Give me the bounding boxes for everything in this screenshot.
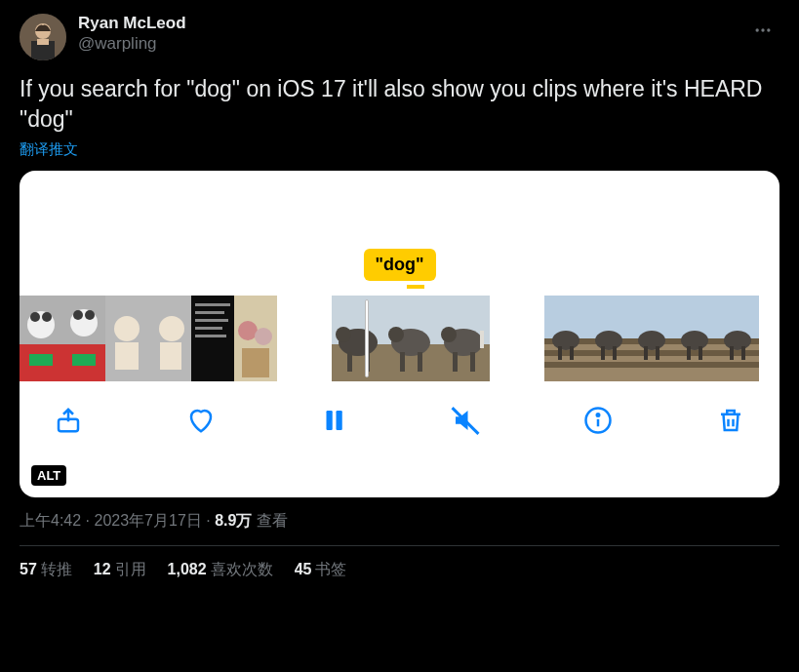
svg-point-4 — [756, 28, 759, 31]
svg-rect-94 — [741, 346, 745, 360]
tweet-header: Ryan McLeod @warpling — [20, 14, 779, 60]
svg-rect-66 — [587, 350, 630, 356]
svg-rect-26 — [195, 303, 230, 306]
media-top-area: "dog" — [20, 171, 779, 296]
svg-rect-61 — [558, 346, 562, 360]
tweet-container: Ryan McLeod @warpling If you search for … — [0, 0, 799, 594]
info-button[interactable] — [580, 403, 616, 438]
svg-point-5 — [761, 28, 764, 31]
share-button[interactable] — [51, 403, 86, 438]
svg-rect-75 — [630, 362, 673, 368]
tweet-time: 上午4:42 — [20, 512, 81, 529]
svg-rect-62 — [570, 346, 574, 360]
pause-button[interactable] — [316, 403, 351, 438]
media-toolbar — [20, 381, 779, 457]
clip-group-3[interactable] — [544, 296, 759, 381]
user-handle: @warpling — [78, 33, 735, 55]
delete-button[interactable] — [713, 403, 748, 438]
svg-rect-45 — [400, 352, 405, 372]
likes-stat[interactable]: 1,082喜欢次数 — [168, 560, 273, 580]
svg-rect-3 — [37, 39, 49, 45]
svg-rect-39 — [347, 352, 352, 372]
svg-rect-12 — [29, 354, 53, 366]
svg-point-41 — [336, 327, 351, 342]
svg-point-33 — [255, 328, 272, 345]
svg-rect-97 — [336, 411, 341, 430]
svg-rect-90 — [716, 350, 759, 356]
svg-rect-29 — [195, 327, 222, 330]
clip-group-1[interactable] — [20, 296, 277, 381]
mute-button[interactable] — [448, 403, 483, 438]
svg-point-76 — [638, 331, 665, 350]
svg-rect-18 — [72, 354, 96, 366]
svg-rect-91 — [716, 362, 759, 368]
video-timeline[interactable] — [20, 296, 779, 381]
quotes-stat[interactable]: 12引用 — [94, 560, 146, 580]
svg-rect-28 — [195, 319, 228, 322]
svg-rect-25 — [191, 296, 234, 381]
avatar[interactable] — [20, 14, 66, 60]
views-count: 8.9万 — [215, 512, 252, 529]
svg-rect-67 — [587, 362, 630, 368]
svg-rect-96 — [326, 411, 332, 430]
display-name: Ryan McLeod — [78, 14, 735, 33]
svg-rect-82 — [673, 350, 716, 356]
svg-point-92 — [724, 331, 751, 350]
svg-point-60 — [552, 331, 579, 350]
svg-rect-27 — [195, 311, 224, 314]
bookmarks-stat[interactable]: 45书签 — [295, 560, 347, 580]
like-button[interactable] — [183, 403, 219, 438]
svg-rect-69 — [601, 346, 605, 360]
svg-point-10 — [30, 312, 40, 322]
svg-point-11 — [42, 312, 52, 322]
svg-rect-24 — [160, 342, 181, 370]
retweets-stat[interactable]: 57转推 — [20, 560, 72, 580]
svg-point-23 — [159, 316, 184, 341]
svg-point-47 — [388, 327, 404, 342]
svg-point-6 — [767, 28, 770, 31]
svg-point-32 — [238, 321, 258, 340]
tweet-stats: 57转推 12引用 1,082喜欢次数 45书签 — [20, 546, 779, 594]
alt-badge[interactable]: ALT — [31, 465, 66, 486]
svg-rect-46 — [418, 352, 422, 372]
svg-point-20 — [114, 316, 140, 341]
svg-point-53 — [441, 327, 457, 342]
svg-rect-58 — [544, 350, 587, 356]
svg-rect-30 — [195, 335, 226, 337]
tweet-text: If you search for "dog" on iOS 17 it'll … — [20, 74, 779, 135]
svg-rect-21 — [115, 342, 139, 370]
svg-point-100 — [597, 414, 600, 416]
tweet-date: 2023年7月17日 — [94, 512, 201, 529]
svg-rect-52 — [470, 352, 475, 372]
svg-rect-34 — [242, 348, 269, 377]
user-info[interactable]: Ryan McLeod @warpling — [78, 14, 735, 55]
svg-rect-78 — [656, 346, 659, 360]
search-tag-badge: "dog" — [363, 249, 435, 281]
svg-point-84 — [681, 331, 708, 350]
more-options-button[interactable] — [746, 14, 779, 47]
svg-point-68 — [595, 331, 622, 350]
svg-rect-85 — [687, 346, 691, 360]
svg-rect-59 — [544, 362, 587, 368]
clip-group-2[interactable] — [332, 296, 490, 381]
media-attachment[interactable]: "dog" — [20, 171, 779, 497]
svg-rect-54 — [480, 331, 484, 348]
svg-point-16 — [73, 310, 83, 320]
svg-rect-83 — [673, 362, 716, 368]
svg-rect-74 — [630, 350, 673, 356]
svg-point-17 — [85, 310, 95, 320]
svg-rect-93 — [730, 346, 734, 360]
views-label: 查看 — [257, 512, 288, 529]
timeline-playhead[interactable] — [365, 299, 369, 377]
translate-link[interactable]: 翻译推文 — [20, 140, 78, 159]
tweet-metadata[interactable]: 上午4:42 · 2023年7月17日 · 8.9万 查看 — [20, 511, 779, 532]
svg-rect-77 — [644, 346, 648, 360]
svg-rect-70 — [613, 346, 617, 360]
svg-rect-86 — [699, 346, 702, 360]
svg-rect-51 — [453, 352, 458, 372]
